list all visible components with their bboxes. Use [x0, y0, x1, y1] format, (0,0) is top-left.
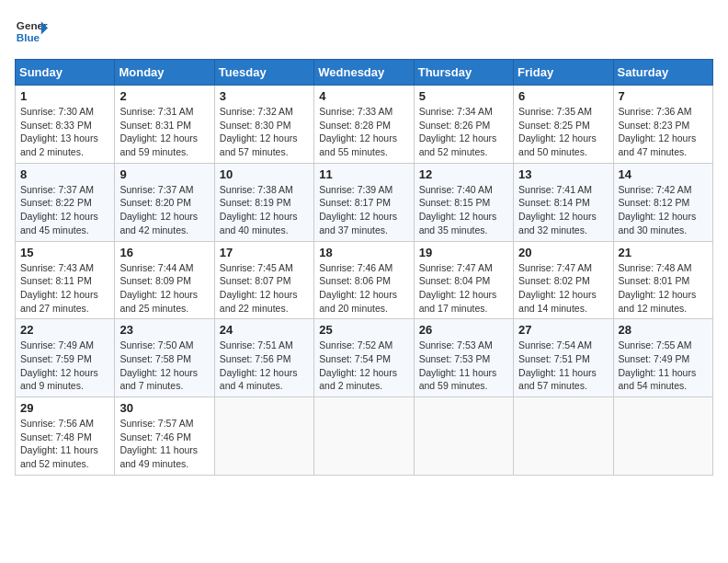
day-number: 20 [518, 246, 608, 259]
day-number: 18 [319, 246, 408, 259]
calendar-cell [314, 397, 414, 476]
calendar-cell: 22Sunrise: 7:49 AM Sunset: 7:59 PM Dayli… [16, 319, 115, 397]
day-header-wednesday: Wednesday [314, 60, 414, 86]
day-info: Sunrise: 7:41 AM Sunset: 8:14 PM Dayligh… [518, 183, 608, 237]
calendar-cell: 19Sunrise: 7:47 AM Sunset: 8:04 PM Dayli… [414, 241, 513, 319]
day-info: Sunrise: 7:56 AM Sunset: 7:48 PM Dayligh… [20, 417, 109, 471]
calendar-cell [514, 397, 613, 476]
day-number: 10 [220, 167, 309, 181]
calendar-cell: 8Sunrise: 7:37 AM Sunset: 8:22 PM Daylig… [16, 163, 115, 241]
day-number: 17 [220, 246, 309, 259]
day-number: 2 [119, 89, 209, 103]
calendar-cell: 11Sunrise: 7:39 AM Sunset: 8:17 PM Dayli… [314, 163, 414, 241]
calendar-cell: 29Sunrise: 7:56 AM Sunset: 7:48 PM Dayli… [16, 397, 115, 476]
calendar-cell: 16Sunrise: 7:44 AM Sunset: 8:09 PM Dayli… [115, 241, 214, 319]
day-number: 19 [419, 246, 508, 259]
day-info: Sunrise: 7:45 AM Sunset: 8:07 PM Dayligh… [220, 261, 309, 316]
calendar-cell: 23Sunrise: 7:50 AM Sunset: 7:58 PM Dayli… [115, 319, 214, 397]
day-number: 11 [319, 167, 408, 181]
day-info: Sunrise: 7:53 AM Sunset: 7:53 PM Dayligh… [419, 339, 508, 393]
header: General Blue [15, 15, 713, 48]
calendar-cell [414, 397, 513, 476]
day-number: 6 [518, 89, 608, 103]
calendar-cell: 9Sunrise: 7:37 AM Sunset: 8:20 PM Daylig… [115, 163, 214, 241]
day-number: 23 [119, 323, 209, 337]
day-info: Sunrise: 7:40 AM Sunset: 8:15 PM Dayligh… [419, 183, 508, 237]
calendar-cell: 3Sunrise: 7:32 AM Sunset: 8:30 PM Daylig… [214, 86, 313, 164]
day-info: Sunrise: 7:54 AM Sunset: 7:51 PM Dayligh… [518, 339, 608, 393]
day-number: 25 [319, 323, 408, 337]
day-number: 5 [419, 89, 508, 103]
day-number: 16 [119, 246, 209, 259]
day-number: 28 [619, 323, 708, 337]
calendar-week-2: 8Sunrise: 7:37 AM Sunset: 8:22 PM Daylig… [16, 163, 713, 241]
day-header-tuesday: Tuesday [214, 60, 313, 86]
day-info: Sunrise: 7:32 AM Sunset: 8:30 PM Dayligh… [220, 105, 309, 159]
day-number: 1 [20, 89, 109, 103]
day-info: Sunrise: 7:37 AM Sunset: 8:22 PM Dayligh… [20, 183, 109, 237]
calendar-week-1: 1Sunrise: 7:30 AM Sunset: 8:33 PM Daylig… [16, 86, 713, 164]
calendar-cell: 6Sunrise: 7:35 AM Sunset: 8:25 PM Daylig… [514, 86, 613, 164]
day-info: Sunrise: 7:46 AM Sunset: 8:06 PM Dayligh… [319, 261, 408, 316]
day-number: 3 [220, 89, 309, 103]
day-header-saturday: Saturday [613, 60, 712, 86]
calendar-table: SundayMondayTuesdayWednesdayThursdayFrid… [15, 59, 713, 476]
logo-svg: General Blue [15, 15, 48, 48]
day-header-sunday: Sunday [16, 60, 115, 86]
calendar-header-row: SundayMondayTuesdayWednesdayThursdayFrid… [16, 60, 713, 86]
day-info: Sunrise: 7:39 AM Sunset: 8:17 PM Dayligh… [319, 183, 408, 237]
day-info: Sunrise: 7:57 AM Sunset: 7:46 PM Dayligh… [119, 417, 209, 471]
calendar-cell: 15Sunrise: 7:43 AM Sunset: 8:11 PM Dayli… [16, 241, 115, 319]
calendar-week-5: 29Sunrise: 7:56 AM Sunset: 7:48 PM Dayli… [16, 397, 713, 476]
day-info: Sunrise: 7:36 AM Sunset: 8:23 PM Dayligh… [619, 105, 708, 159]
day-info: Sunrise: 7:38 AM Sunset: 8:19 PM Dayligh… [220, 183, 309, 237]
calendar-cell: 25Sunrise: 7:52 AM Sunset: 7:54 PM Dayli… [314, 319, 414, 397]
calendar-cell: 13Sunrise: 7:41 AM Sunset: 8:14 PM Dayli… [514, 163, 613, 241]
calendar-cell: 21Sunrise: 7:48 AM Sunset: 8:01 PM Dayli… [613, 241, 712, 319]
calendar-cell: 30Sunrise: 7:57 AM Sunset: 7:46 PM Dayli… [115, 397, 214, 476]
day-number: 12 [419, 167, 508, 181]
calendar-cell [214, 397, 313, 476]
calendar-cell: 4Sunrise: 7:33 AM Sunset: 8:28 PM Daylig… [314, 86, 414, 164]
day-info: Sunrise: 7:31 AM Sunset: 8:31 PM Dayligh… [119, 105, 209, 159]
day-info: Sunrise: 7:34 AM Sunset: 8:26 PM Dayligh… [419, 105, 508, 159]
day-info: Sunrise: 7:44 AM Sunset: 8:09 PM Dayligh… [119, 261, 209, 316]
logo: General Blue [15, 15, 48, 48]
day-number: 14 [619, 167, 708, 181]
day-number: 8 [20, 167, 109, 181]
calendar-cell: 27Sunrise: 7:54 AM Sunset: 7:51 PM Dayli… [514, 319, 613, 397]
day-info: Sunrise: 7:33 AM Sunset: 8:28 PM Dayligh… [319, 105, 408, 159]
calendar-cell [613, 397, 712, 476]
calendar-cell: 17Sunrise: 7:45 AM Sunset: 8:07 PM Dayli… [214, 241, 313, 319]
day-number: 24 [220, 323, 309, 337]
calendar-cell: 18Sunrise: 7:46 AM Sunset: 8:06 PM Dayli… [314, 241, 414, 319]
day-header-monday: Monday [115, 60, 214, 86]
day-number: 27 [518, 323, 608, 337]
day-info: Sunrise: 7:42 AM Sunset: 8:12 PM Dayligh… [619, 183, 708, 237]
calendar-week-4: 22Sunrise: 7:49 AM Sunset: 7:59 PM Dayli… [16, 319, 713, 397]
calendar-cell: 5Sunrise: 7:34 AM Sunset: 8:26 PM Daylig… [414, 86, 513, 164]
calendar-cell: 26Sunrise: 7:53 AM Sunset: 7:53 PM Dayli… [414, 319, 513, 397]
calendar-cell: 14Sunrise: 7:42 AM Sunset: 8:12 PM Dayli… [613, 163, 712, 241]
day-info: Sunrise: 7:43 AM Sunset: 8:11 PM Dayligh… [20, 261, 109, 316]
day-info: Sunrise: 7:52 AM Sunset: 7:54 PM Dayligh… [319, 339, 408, 393]
day-info: Sunrise: 7:51 AM Sunset: 7:56 PM Dayligh… [220, 339, 309, 393]
day-info: Sunrise: 7:47 AM Sunset: 8:04 PM Dayligh… [419, 261, 508, 316]
day-info: Sunrise: 7:37 AM Sunset: 8:20 PM Dayligh… [119, 183, 209, 237]
day-info: Sunrise: 7:47 AM Sunset: 8:02 PM Dayligh… [518, 261, 608, 316]
day-info: Sunrise: 7:35 AM Sunset: 8:25 PM Dayligh… [518, 105, 608, 159]
day-info: Sunrise: 7:55 AM Sunset: 7:49 PM Dayligh… [619, 339, 708, 393]
calendar-cell: 2Sunrise: 7:31 AM Sunset: 8:31 PM Daylig… [115, 86, 214, 164]
day-number: 29 [20, 401, 109, 415]
calendar-cell: 20Sunrise: 7:47 AM Sunset: 8:02 PM Dayli… [514, 241, 613, 319]
day-header-thursday: Thursday [414, 60, 513, 86]
day-info: Sunrise: 7:30 AM Sunset: 8:33 PM Dayligh… [20, 105, 109, 159]
calendar-cell: 24Sunrise: 7:51 AM Sunset: 7:56 PM Dayli… [214, 319, 313, 397]
calendar-cell: 28Sunrise: 7:55 AM Sunset: 7:49 PM Dayli… [613, 319, 712, 397]
calendar-cell: 10Sunrise: 7:38 AM Sunset: 8:19 PM Dayli… [214, 163, 313, 241]
calendar-cell: 7Sunrise: 7:36 AM Sunset: 8:23 PM Daylig… [613, 86, 712, 164]
day-info: Sunrise: 7:48 AM Sunset: 8:01 PM Dayligh… [619, 261, 708, 316]
day-number: 26 [419, 323, 508, 337]
day-number: 7 [619, 89, 708, 103]
calendar-cell: 12Sunrise: 7:40 AM Sunset: 8:15 PM Dayli… [414, 163, 513, 241]
